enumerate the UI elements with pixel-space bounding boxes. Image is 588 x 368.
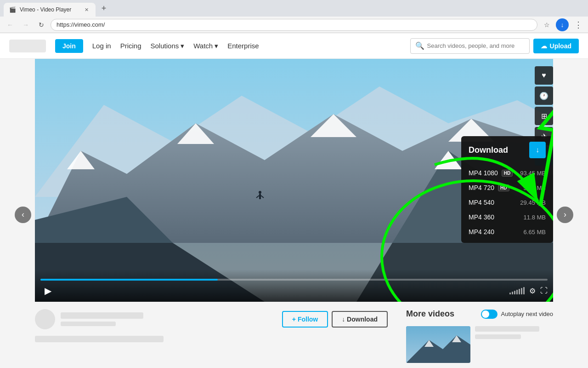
next-video-button[interactable]: › [557, 207, 573, 223]
vol-bar-7 [523, 287, 525, 294]
video-player[interactable]: ♥ 🕐 ⊞ ✈ ↓ [35, 59, 553, 302]
browser-menu-button[interactable]: ⋮ [571, 18, 584, 31]
download-options-list: MP4 1080 HD 93.45 MB MP4 720 HD 50.1 MB [461, 164, 553, 243]
toggle-knob [482, 310, 489, 318]
autoplay-label: Autoplay next video [501, 310, 553, 317]
below-video-section: + Follow ↓ Download More videos [35, 302, 553, 368]
thumbnail-row [406, 326, 553, 363]
vol-bar-3 [514, 291, 515, 294]
autoplay-toggle[interactable] [481, 310, 498, 319]
vol-bar-4 [516, 290, 518, 294]
layers-icon: ⊞ [541, 112, 547, 121]
play-button[interactable]: ▶ [40, 283, 55, 298]
thumbnail-title-bar [475, 326, 539, 332]
clock-icon: 🕐 [539, 92, 548, 100]
size-1080: 93.45 MB [520, 170, 546, 177]
join-button[interactable]: Join [55, 39, 83, 53]
pricing-link[interactable]: Pricing [120, 42, 141, 50]
vol-bar-2 [512, 292, 513, 294]
thumbnail-info [475, 326, 553, 363]
download-option-240[interactable]: MP4 240 6.65 MB [461, 224, 553, 239]
download-extension-icon[interactable]: ↓ [556, 18, 569, 31]
size-540: 29.45 MB [520, 199, 546, 206]
download-all-icon: ↓ [536, 146, 539, 154]
address-bar[interactable]: https://vimeo.com/ [51, 19, 537, 31]
hd-badge-720: HD [498, 184, 509, 191]
format-540-label: MP4 540 [469, 199, 494, 206]
video-controls: ▶ ⚙ ⛶ [35, 270, 553, 302]
refresh-button[interactable]: ↻ [35, 18, 48, 31]
format-1080-label: MP4 1080 HD [469, 169, 513, 177]
creator-actions: + Follow ↓ Download [282, 311, 388, 328]
size-240: 6.65 MB [524, 229, 546, 236]
play-icon: ▶ [45, 285, 51, 296]
search-input[interactable] [427, 42, 525, 49]
svg-rect-11 [259, 194, 261, 199]
creator-avatar [35, 309, 55, 329]
download-dropdown: Download ↓ MP4 1080 HD 93.45 MB [461, 136, 553, 243]
creator-section: + Follow ↓ Download [35, 309, 388, 363]
nav-links: Log in Pricing Solutions ▾ Watch ▾ Enter… [92, 42, 259, 50]
download-option-1080[interactable]: MP4 1080 HD 93.45 MB [461, 166, 553, 180]
log-in-link[interactable]: Log in [92, 42, 111, 50]
like-button[interactable]: ♥ [535, 66, 553, 85]
prev-video-button[interactable]: ‹ [15, 207, 31, 223]
more-videos-section: More videos Autoplay next video [406, 309, 553, 363]
fullscreen-icon[interactable]: ⛶ [540, 287, 548, 295]
browser-chrome: 🎬 Vimeo - Video Player ✕ + ← → ↻ https:/… [0, 0, 588, 33]
tab-bar: 🎬 Vimeo - Video Player ✕ + [0, 0, 588, 17]
progress-bar[interactable] [40, 279, 548, 281]
progress-fill [40, 279, 218, 281]
download-option-360[interactable]: MP4 360 11.8 MB [461, 210, 553, 224]
tab-close-button[interactable]: ✕ [83, 6, 90, 13]
bookmark-icon[interactable]: ☆ [540, 18, 553, 31]
new-tab-button[interactable]: + [97, 2, 110, 15]
vimeo-logo[interactable] [9, 40, 46, 52]
format-720-label: MP4 720 HD [469, 184, 509, 191]
download-button[interactable]: ↓ Download [332, 311, 388, 328]
video-title-placeholder [35, 336, 164, 342]
watch-later-button[interactable]: 🕐 [535, 86, 553, 105]
creator-name-placeholder [61, 312, 143, 319]
upload-icon: ☁ [541, 42, 547, 50]
watch-chevron-icon: ▾ [215, 42, 218, 50]
download-option-720[interactable]: MP4 720 HD 50.1 MB [461, 180, 553, 195]
download-option-540[interactable]: MP4 540 29.45 MB [461, 195, 553, 210]
controls-row: ▶ ⚙ ⛶ [40, 283, 548, 298]
search-box[interactable]: 🔍 [410, 38, 530, 54]
follow-button[interactable]: + Follow [282, 311, 328, 328]
collections-button[interactable]: ⊞ [535, 107, 553, 125]
format-360-label: MP4 360 [469, 213, 494, 221]
address-text: https://vimeo.com/ [57, 21, 105, 28]
watch-link[interactable]: Watch ▾ [193, 42, 218, 50]
svg-point-10 [259, 191, 261, 194]
creator-sub-placeholder [61, 322, 116, 326]
back-button[interactable]: ← [4, 18, 17, 31]
format-240-label: MP4 240 [469, 228, 494, 236]
heart-icon: ♥ [542, 71, 546, 80]
settings-icon[interactable]: ⚙ [529, 287, 536, 295]
vol-bar-5 [519, 289, 520, 294]
browser-toolbar: ← → ↻ https://vimeo.com/ ☆ ↓ ⋮ [0, 17, 588, 33]
creator-row: + Follow ↓ Download [35, 309, 388, 329]
volume-bars[interactable] [509, 287, 525, 294]
thumbnail-image [406, 326, 470, 363]
more-videos-title: More videos [406, 309, 454, 319]
active-tab[interactable]: 🎬 Vimeo - Video Player ✕ [4, 3, 96, 17]
vol-bar-6 [521, 288, 522, 294]
enterprise-link[interactable]: Enterprise [227, 42, 259, 50]
download-all-button[interactable]: ↓ [529, 142, 546, 158]
download-dropdown-header: Download ↓ [461, 136, 553, 164]
search-icon: 🔍 [415, 41, 424, 50]
site-header: Join Log in Pricing Solutions ▾ Watch ▾ … [0, 33, 588, 59]
upload-button[interactable]: ☁ Upload [533, 39, 579, 53]
tab-favicon: 🎬 [9, 6, 16, 13]
video-thumbnail[interactable] [406, 326, 470, 363]
hd-badge-1080: HD [502, 170, 513, 177]
solutions-chevron-icon: ▾ [181, 42, 184, 50]
size-360: 11.8 MB [524, 214, 546, 221]
download-dropdown-title: Download [469, 145, 508, 155]
forward-button[interactable]: → [19, 18, 32, 31]
solutions-link[interactable]: Solutions ▾ [151, 42, 185, 50]
more-videos-header: More videos Autoplay next video [406, 309, 553, 322]
